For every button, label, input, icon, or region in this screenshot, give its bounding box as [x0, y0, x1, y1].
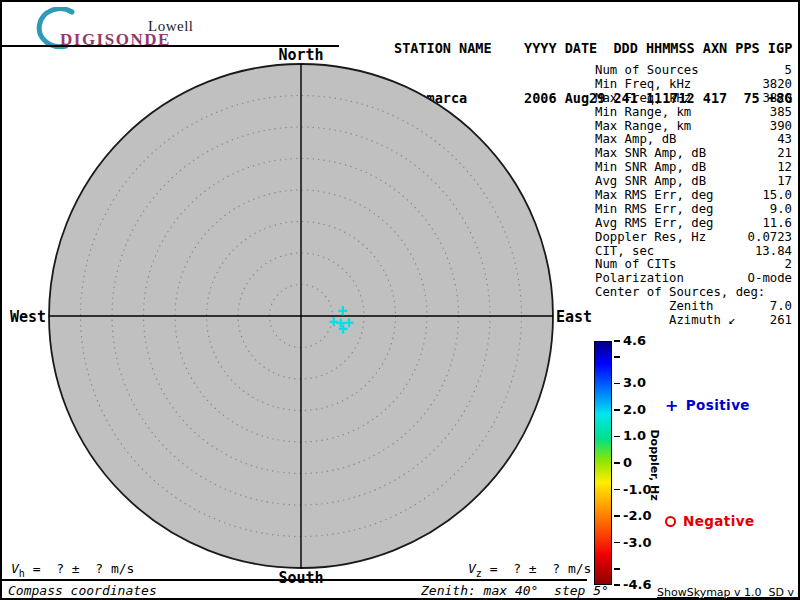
stat-row: Num of CITs 2 — [595, 258, 792, 272]
zenith-ring — [175, 190, 427, 442]
stat-value: 21 — [777, 147, 792, 161]
vh-symbol: V — [11, 561, 19, 576]
source-marker — [345, 318, 354, 327]
colorbar-tick — [614, 584, 620, 586]
stat-row: Avg SNR Amp, dB 17 — [595, 175, 792, 189]
stats-panel: Num of Sources 5 Min Freq, kHz 3820 Max … — [595, 64, 792, 328]
vz-symbol: V — [468, 561, 476, 576]
stat-row: Max Amp, dB 43 — [595, 133, 792, 147]
zenith-ring — [81, 96, 522, 537]
colorbar-tick-label: 1.0 — [623, 428, 646, 443]
source-marker — [329, 317, 338, 326]
vh-readout: Vh = ? ± ? m/s — [11, 561, 134, 579]
colorbar-tick-label: 0 — [623, 455, 632, 470]
compass-label-west: West — [10, 308, 46, 326]
header-columns-row: STATION NAME YYYY DATE DDD HHMMSS AXN PP… — [394, 40, 792, 57]
colorbar-tick — [614, 383, 620, 385]
stat-value: O-mode — [748, 272, 792, 286]
stat-label: Min SNR Amp, dB — [595, 161, 706, 175]
stat-row: Max Freq, kHz 3820 — [595, 92, 792, 106]
vh-value: = ? ± ? m/s — [25, 561, 135, 576]
compass-label-north: North — [278, 46, 323, 64]
colorbar-tick-label: 4.6 — [623, 333, 646, 348]
stat-value: 43 — [777, 133, 792, 147]
stat-value: 0.0723 — [748, 231, 792, 245]
colorbar-tick — [614, 436, 620, 438]
vz-value: = ? ± ? m/s — [482, 561, 592, 576]
stat-label: Min RMS Err, deg — [595, 203, 713, 217]
stat-row: Avg RMS Err, deg 11.6 — [595, 217, 792, 231]
stat-row: Max SNR Amp, dB 21 — [595, 147, 792, 161]
stat-value: 385 — [770, 106, 792, 120]
stat-value: 390 — [770, 120, 792, 134]
stat-value: 7.0 — [770, 300, 792, 314]
stat-label: Avg RMS Err, deg — [595, 217, 713, 231]
legend-negative-label: Negative — [683, 513, 754, 529]
stat-row: Min SNR Amp, dB 12 — [595, 161, 792, 175]
stat-row: Doppler Res, Hz 0.0723 — [595, 231, 792, 245]
stat-value: 261 — [770, 314, 792, 328]
stat-label: Max Amp, dB — [595, 133, 676, 147]
colorbar-tick-label: -3.0 — [623, 535, 651, 550]
footer-divider — [2, 579, 587, 581]
stat-label: Min Range, km — [595, 106, 691, 120]
stat-row: Azimuth ↙ 261 — [595, 314, 792, 328]
legend-negative: Negative — [665, 513, 754, 529]
stat-label: Max Freq, kHz — [595, 92, 691, 106]
stat-value: 13.84 — [755, 245, 792, 259]
compass-label-south: South — [278, 569, 323, 587]
coordinates-note: Compass coordinates — [8, 583, 157, 598]
colorbar-title: Doppler, Hz — [648, 429, 661, 500]
stat-value: 2 — [785, 258, 792, 272]
colorbar-tick — [614, 462, 620, 464]
logo-digisonde-text: DIGISONDE — [60, 30, 171, 50]
zenith-ring — [112, 127, 490, 505]
stat-label: Polarization — [595, 272, 684, 286]
plus-marker-icon: + — [665, 399, 679, 412]
stat-value: 5 — [785, 64, 792, 78]
stat-value: 11.6 — [762, 217, 792, 231]
zenith-scale-note: Zenith: max 40° step 5° — [421, 583, 609, 598]
stat-row: Num of Sources 5 — [595, 64, 792, 78]
colorbar-tick — [614, 340, 620, 342]
legend-positive: + Positive — [665, 397, 750, 413]
colorbar-tick — [614, 409, 620, 411]
version-credit: ShowSkymap v 1.0 SD v 4.2 — [657, 586, 800, 599]
stat-row: Min Freq, kHz 3820 — [595, 78, 792, 92]
source-marker — [338, 306, 347, 315]
stat-row: CIT, sec 13.84 — [595, 245, 792, 259]
zenith-ring — [238, 253, 364, 379]
zenith-ring — [270, 285, 333, 348]
stat-row: Polarization O-mode — [595, 272, 792, 286]
stat-value: 9.0 — [770, 203, 792, 217]
stat-value: 12 — [777, 161, 792, 175]
stat-row: Max Range, km 390 — [595, 120, 792, 134]
stat-label: Max Range, km — [595, 120, 691, 134]
stat-label: Max SNR Amp, dB — [595, 147, 706, 161]
skymap-disc — [49, 64, 553, 568]
stat-row: Min RMS Err, deg 9.0 — [595, 203, 792, 217]
circle-marker-icon — [665, 516, 676, 527]
compass-label-east: East — [556, 308, 592, 326]
colorbar-tick — [614, 568, 620, 570]
colorbar-tick — [614, 356, 620, 358]
stat-row: Zenith 7.0 — [595, 300, 792, 314]
source-marker — [339, 324, 348, 333]
stat-value: 15.0 — [762, 189, 792, 203]
stat-label: Max RMS Err, deg — [595, 189, 713, 203]
stat-value: 17 — [777, 175, 792, 189]
stat-label: Center of Sources, deg: — [595, 286, 765, 300]
stat-row: Center of Sources, deg: — [595, 286, 792, 300]
stat-label: Doppler Res, Hz — [595, 231, 706, 245]
stat-row: Min Range, km 385 — [595, 106, 792, 120]
colorbar-tick-label: 2.0 — [623, 402, 646, 417]
colorbar-tick-label: -4.6 — [623, 577, 651, 592]
source-marker — [336, 319, 345, 328]
colorbar-tick — [614, 515, 620, 517]
stat-label: Num of Sources — [595, 64, 699, 78]
stat-label: Min Freq, kHz — [595, 78, 691, 92]
doppler-colorbar — [594, 341, 612, 585]
showskymap-window: Lowell DIGISONDE STATION NAME YYYY DATE … — [0, 0, 800, 600]
stat-label: Avg SNR Amp, dB — [595, 175, 706, 189]
colorbar-tick — [614, 542, 620, 544]
